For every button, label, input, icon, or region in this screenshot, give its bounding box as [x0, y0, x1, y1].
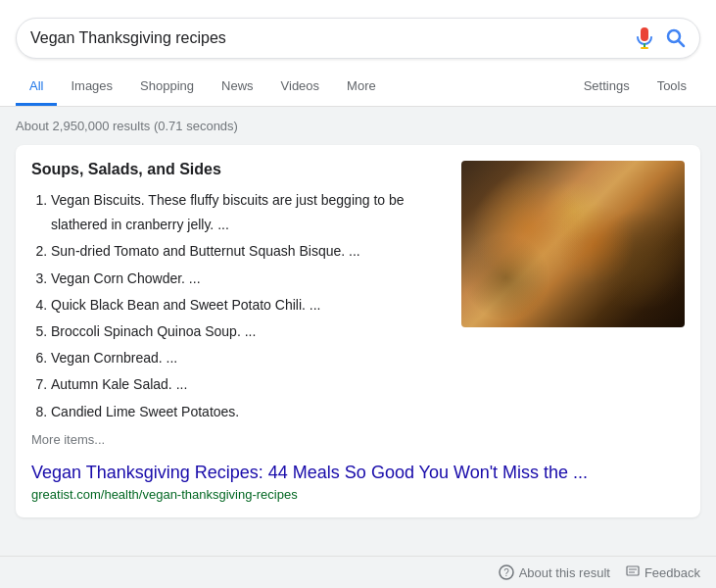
list-item: Vegan Corn Chowder. ... [51, 267, 446, 291]
list-item: Vegan Biscuits. These fluffy biscuits ar… [51, 188, 446, 237]
result-link: Vegan Thanksgiving Recipes: 44 Meals So … [31, 461, 685, 502]
search-icon[interactable] [666, 28, 686, 48]
tab-news[interactable]: News [208, 69, 267, 106]
tab-more[interactable]: More [333, 69, 390, 106]
search-bar-row [16, 10, 700, 69]
nav-tabs: All Images Shopping News Videos More Set… [16, 69, 700, 106]
about-result[interactable]: ? About this result [499, 564, 610, 580]
feedback-icon [626, 565, 640, 579]
list-item: Vegan Cornbread. ... [51, 346, 446, 370]
info-icon: ? [499, 564, 514, 580]
tab-all[interactable]: All [16, 69, 57, 106]
tab-videos[interactable]: Videos [267, 69, 334, 106]
tab-tools[interactable]: Tools [644, 69, 700, 106]
about-label: About this result [519, 565, 610, 580]
list-item: Quick Black Bean and Sweet Potato Chili.… [51, 293, 446, 318]
search-icons [635, 26, 686, 50]
list-item: Candied Lime Sweet Potatoes. [51, 400, 446, 424]
tab-shopping[interactable]: Shopping [126, 69, 208, 106]
card-text: Soups, Salads, and Sides Vegan Biscuits.… [31, 161, 446, 447]
svg-text:?: ? [503, 567, 509, 578]
microphone-icon[interactable] [635, 26, 654, 50]
result-link-anchor[interactable]: Vegan Thanksgiving Recipes: 44 Meals So … [31, 461, 685, 485]
recipe-image [461, 161, 685, 327]
list-item: Broccoli Spinach Quinoa Soup. ... [51, 319, 446, 344]
svg-line-4 [679, 41, 685, 47]
tab-settings[interactable]: Settings [570, 69, 644, 106]
result-card: Soups, Salads, and Sides Vegan Biscuits.… [16, 145, 700, 517]
feedback-button[interactable]: Feedback [626, 565, 700, 580]
more-items-link[interactable]: More items... [31, 432, 446, 447]
feedback-label: Feedback [644, 565, 700, 580]
list-item: Sun-dried Tomato and Butternut Squash Bi… [51, 239, 446, 264]
search-input[interactable] [30, 29, 627, 47]
tab-images[interactable]: Images [57, 69, 126, 106]
result-url: greatist.com/health/vegan-thanksgiving-r… [31, 487, 685, 502]
bottom-bar: ? About this result Feedback [0, 556, 716, 588]
main-content: About 2,950,000 results (0.71 seconds) S… [0, 107, 716, 529]
nav-right: Settings Tools [570, 69, 700, 106]
svg-rect-7 [627, 566, 639, 575]
search-box [16, 18, 700, 59]
food-photo [461, 161, 685, 327]
list-item: Autumn Kale Salad. ... [51, 372, 446, 397]
header: All Images Shopping News Videos More Set… [0, 0, 716, 107]
card-section-title: Soups, Salads, and Sides [31, 161, 446, 178]
card-content: Soups, Salads, and Sides Vegan Biscuits.… [31, 161, 685, 447]
results-count: About 2,950,000 results (0.71 seconds) [16, 119, 700, 133]
svg-rect-0 [641, 27, 648, 41]
recipe-list: Vegan Biscuits. These fluffy biscuits ar… [31, 188, 446, 424]
